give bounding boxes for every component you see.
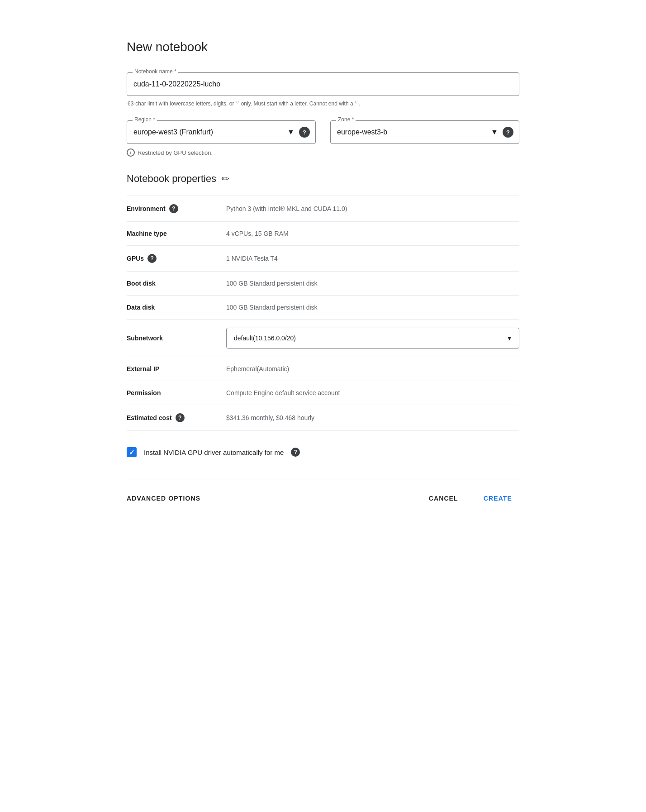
gpu-driver-label: Install NVIDIA GPU driver automatically …: [144, 449, 284, 456]
table-row: Subnetworkdefault(10.156.0.0/20)▼: [127, 320, 519, 357]
table-row: External IPEphemeral(Automatic): [127, 357, 519, 381]
prop-label-7: Permission: [127, 381, 226, 405]
properties-title: Notebook properties: [127, 173, 216, 185]
edit-icon[interactable]: ✏: [222, 173, 229, 184]
table-row: Machine type4 vCPUs, 15 GB RAM: [127, 222, 519, 246]
prop-value-1: 4 vCPUs, 15 GB RAM: [226, 222, 519, 246]
prop-value-4: 100 GB Standard persistent disk: [226, 296, 519, 320]
properties-table: Environment?Python 3 (with Intel® MKL an…: [127, 196, 519, 431]
info-icon: i: [127, 148, 135, 157]
table-row: Data disk100 GB Standard persistent disk: [127, 296, 519, 320]
prop-label-0: Environment?: [127, 196, 226, 222]
footer: ADVANCED OPTIONS CANCEL CREATE: [127, 479, 519, 506]
prop-label-6: External IP: [127, 357, 226, 381]
prop-value-6: Ephemeral(Automatic): [226, 357, 519, 381]
subnetwork-value: default(10.156.0.0/20): [227, 328, 506, 348]
environment-help-icon[interactable]: ?: [169, 204, 178, 213]
new-notebook-dialog: New notebook Notebook name * 63-char lim…: [101, 18, 545, 523]
region-wrapper: Region * europe-west3 (Frankfurt) ▼ ?: [127, 120, 316, 144]
prop-label-1: Machine type: [127, 222, 226, 246]
table-row: Estimated cost?$341.36 monthly, $0.468 h…: [127, 405, 519, 431]
prop-value-8: $341.36 monthly, $0.468 hourly: [226, 405, 519, 431]
create-button[interactable]: CREATE: [476, 490, 519, 506]
prop-label-3: Boot disk: [127, 272, 226, 296]
zone-chevron-icon[interactable]: ▼: [490, 128, 499, 137]
prop-label-8: Estimated cost?: [127, 405, 226, 431]
table-row: GPUs?1 NVIDIA Tesla T4: [127, 246, 519, 272]
prop-label-5: Subnetwork: [127, 320, 226, 357]
zone-select[interactable]: Zone * europe-west3-b ▼ ?: [330, 120, 519, 144]
region-zone-row: Region * europe-west3 (Frankfurt) ▼ ? Zo…: [127, 120, 519, 144]
notebook-name-input[interactable]: [127, 73, 519, 96]
gpu-driver-checkbox[interactable]: ✓: [127, 447, 137, 457]
notebook-name-helper: 63-char limit with lowercase letters, di…: [127, 100, 519, 108]
table-row: Boot disk100 GB Standard persistent disk: [127, 272, 519, 296]
page-title: New notebook: [127, 40, 519, 54]
prop-label-2: GPUs?: [127, 246, 226, 272]
gpu-driver-checkbox-row: ✓ Install NVIDIA GPU driver automaticall…: [127, 447, 519, 457]
prop-value-5: default(10.156.0.0/20)▼: [226, 320, 519, 357]
gpus-help-icon[interactable]: ?: [147, 254, 157, 263]
region-help-icon[interactable]: ?: [299, 127, 310, 138]
estimated-cost-help-icon[interactable]: ?: [176, 413, 185, 422]
prop-value-2: 1 NVIDIA Tesla T4: [226, 246, 519, 272]
properties-section-header: Notebook properties ✏: [127, 173, 519, 185]
zone-value: europe-west3-b: [331, 121, 490, 143]
subnetwork-select[interactable]: default(10.156.0.0/20)▼: [226, 328, 519, 349]
footer-actions: CANCEL CREATE: [422, 490, 519, 506]
zone-help-icon[interactable]: ?: [503, 127, 513, 138]
prop-value-0: Python 3 (with Intel® MKL and CUDA 11.0): [226, 196, 519, 222]
table-row: PermissionCompute Engine default service…: [127, 381, 519, 405]
notebook-name-group: Notebook name * 63-char limit with lower…: [127, 72, 519, 108]
prop-value-7: Compute Engine default service account: [226, 381, 519, 405]
zone-label: Zone *: [336, 116, 356, 123]
region-select[interactable]: Region * europe-west3 (Frankfurt) ▼ ?: [127, 120, 316, 144]
checkbox-check-icon: ✓: [129, 449, 135, 456]
notebook-name-label: Notebook name *: [133, 68, 178, 75]
region-value: europe-west3 (Frankfurt): [127, 121, 286, 143]
notebook-name-input-wrapper: Notebook name *: [127, 72, 519, 96]
region-chevron-icon[interactable]: ▼: [286, 128, 295, 137]
prop-value-3: 100 GB Standard persistent disk: [226, 272, 519, 296]
zone-wrapper: Zone * europe-west3-b ▼ ?: [330, 120, 519, 144]
gpu-driver-help-icon[interactable]: ?: [291, 448, 300, 457]
subnetwork-chevron-icon[interactable]: ▼: [506, 334, 519, 342]
advanced-options-button[interactable]: ADVANCED OPTIONS: [127, 490, 200, 506]
prop-label-4: Data disk: [127, 296, 226, 320]
restricted-note: i Restricted by GPU selection.: [127, 148, 519, 157]
table-row: Environment?Python 3 (with Intel® MKL an…: [127, 196, 519, 222]
cancel-button[interactable]: CANCEL: [422, 490, 466, 506]
restricted-text: Restricted by GPU selection.: [138, 149, 213, 156]
region-label: Region *: [133, 116, 157, 123]
